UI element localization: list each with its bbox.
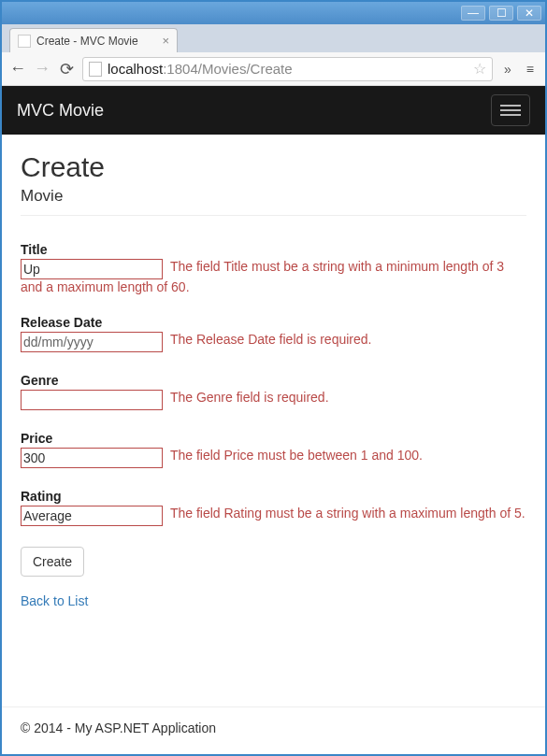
create-button[interactable]: Create <box>21 547 84 577</box>
back-button[interactable]: ← <box>9 59 26 78</box>
title-label: Title <box>21 242 526 257</box>
page-viewport: MVC Movie Create Movie Title The field T… <box>2 86 545 754</box>
price-label: Price <box>21 431 526 446</box>
form-group-price: Price The field Price must be between 1 … <box>21 431 526 468</box>
rating-label: Rating <box>21 489 526 504</box>
chrome-menu-icon[interactable]: ≡ <box>523 62 538 77</box>
window-close-button[interactable]: ✕ <box>517 6 541 21</box>
page-icon <box>89 62 102 77</box>
title-input[interactable] <box>21 259 163 279</box>
release-date-validation: The Release Date field is required. <box>170 332 372 347</box>
release-date-label: Release Date <box>21 315 526 330</box>
form-group-title: Title The field Title must be a string w… <box>21 242 526 294</box>
browser-toolbar: ← → ⟳ localhost:1804/Movies/Create ☆ » ≡ <box>2 52 545 86</box>
chrome-overflow-icon[interactable]: » <box>500 62 515 77</box>
genre-input[interactable] <box>21 390 163 410</box>
genre-validation: The Genre field is required. <box>170 390 329 405</box>
hamburger-bar-icon <box>500 105 521 107</box>
navbar-toggle-button[interactable] <box>491 94 530 126</box>
window-titlebar: — ☐ ✕ <box>2 2 545 24</box>
footer: © 2014 - My ASP.NET Application <box>2 706 545 754</box>
url-path: :1804/Movies/Create <box>163 61 292 77</box>
bookmark-star-icon[interactable]: ☆ <box>473 60 486 78</box>
tab-close-icon[interactable]: × <box>162 34 169 48</box>
footer-text: © 2014 - My ASP.NET Application <box>21 720 216 735</box>
browser-tab[interactable]: Create - MVC Movie × <box>9 28 178 52</box>
divider <box>21 215 526 216</box>
navbar: MVC Movie <box>2 86 545 135</box>
release-date-input[interactable] <box>21 332 163 352</box>
page-subtitle: Movie <box>21 187 526 206</box>
window-minimize-button[interactable]: — <box>461 6 485 21</box>
page-title: Create <box>21 151 526 183</box>
browser-window: — ☐ ✕ Create - MVC Movie × ← → ⟳ localho… <box>0 0 547 756</box>
price-input[interactable] <box>21 448 163 468</box>
hamburger-bar-icon <box>500 114 521 116</box>
price-validation: The field Price must be between 1 and 10… <box>170 448 423 463</box>
form-group-release-date: Release Date The Release Date field is r… <box>21 315 526 352</box>
forward-button[interactable]: → <box>34 59 50 78</box>
reload-button[interactable]: ⟳ <box>58 59 75 79</box>
main-content: Create Movie Title The field Title must … <box>2 135 545 706</box>
navbar-brand[interactable]: MVC Movie <box>17 101 104 121</box>
window-maximize-button[interactable]: ☐ <box>489 6 513 21</box>
rating-input[interactable] <box>21 506 163 526</box>
form-group-rating: Rating The field Rating must be a string… <box>21 489 526 526</box>
favicon-icon <box>18 35 31 48</box>
url-host: localhost <box>108 61 163 77</box>
address-bar[interactable]: localhost:1804/Movies/Create ☆ <box>82 57 493 81</box>
form-group-genre: Genre The Genre field is required. <box>21 373 526 410</box>
rating-validation: The field Rating must be a string with a… <box>170 506 525 521</box>
tab-title: Create - MVC Movie <box>36 35 138 48</box>
tab-strip: Create - MVC Movie × <box>2 24 545 52</box>
genre-label: Genre <box>21 373 526 388</box>
back-to-list-link[interactable]: Back to List <box>21 593 88 608</box>
hamburger-bar-icon <box>500 109 521 111</box>
